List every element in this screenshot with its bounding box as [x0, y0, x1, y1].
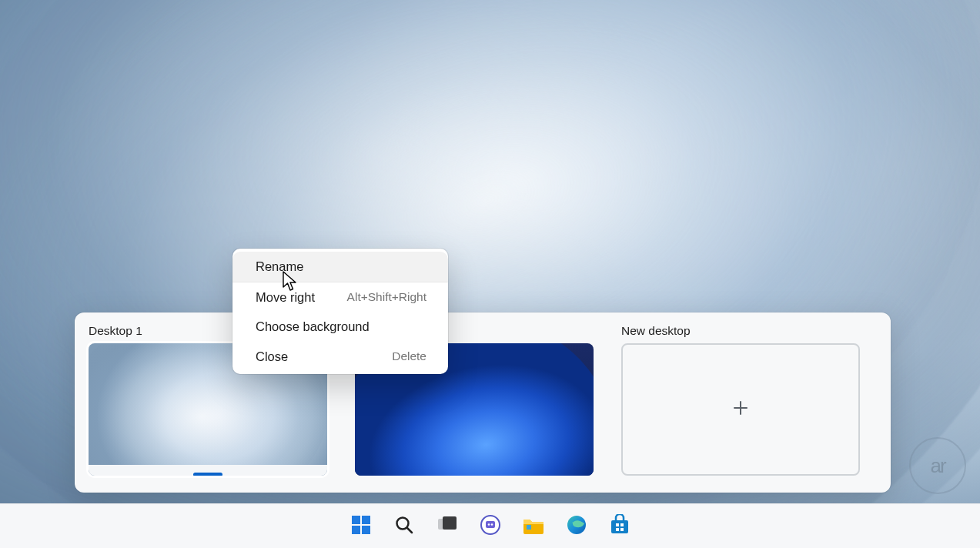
- menu-item-label: Move right: [256, 291, 315, 304]
- svg-rect-9: [486, 521, 495, 528]
- svg-rect-7: [443, 516, 457, 530]
- new-desktop[interactable]: New desktop: [621, 322, 860, 493]
- search-icon: [394, 515, 414, 538]
- svg-point-10: [487, 523, 490, 526]
- context-menu-close[interactable]: Close Delete: [232, 342, 448, 372]
- svg-rect-17: [616, 528, 619, 531]
- task-view-panel: Desktop 1 Desktop 2 New desktop: [75, 312, 891, 493]
- plus-icon: [732, 397, 749, 422]
- new-desktop-label: New desktop: [621, 322, 860, 343]
- task-view-icon: [437, 516, 457, 537]
- watermark: ar: [909, 437, 966, 494]
- chat-icon: [480, 514, 501, 539]
- menu-item-shortcut: Delete: [392, 350, 426, 363]
- file-explorer-button[interactable]: [520, 513, 547, 540]
- menu-item-label: Close: [256, 350, 288, 363]
- svg-rect-18: [620, 528, 624, 531]
- menu-item-label: Rename: [256, 260, 303, 273]
- menu-item-label: Choose background: [256, 320, 370, 333]
- svg-rect-0: [352, 516, 360, 524]
- svg-rect-16: [620, 523, 624, 526]
- svg-rect-12: [527, 525, 531, 530]
- store-icon: [609, 514, 630, 539]
- start-button[interactable]: [348, 513, 374, 540]
- search-button[interactable]: [391, 513, 417, 540]
- svg-rect-3: [362, 526, 370, 534]
- svg-point-11: [490, 523, 493, 526]
- context-menu-choose-background[interactable]: Choose background: [232, 312, 448, 342]
- windows-icon: [351, 515, 371, 538]
- new-desktop-button[interactable]: [621, 343, 860, 476]
- taskbar: [0, 503, 980, 548]
- edge-icon: [566, 514, 587, 539]
- watermark-text: ar: [930, 454, 945, 478]
- active-indicator: [193, 473, 222, 476]
- task-view-button[interactable]: [434, 513, 460, 540]
- context-menu-rename[interactable]: Rename: [232, 252, 448, 282]
- edge-button[interactable]: [564, 513, 590, 540]
- desktop-context-menu: Rename Move right Alt+Shift+Right Choose…: [232, 249, 448, 374]
- store-button[interactable]: [607, 513, 633, 540]
- context-menu-move-right[interactable]: Move right Alt+Shift+Right: [232, 282, 448, 312]
- folder-icon: [522, 515, 545, 538]
- menu-item-shortcut: Alt+Shift+Right: [347, 291, 426, 303]
- svg-rect-2: [352, 526, 360, 534]
- svg-rect-1: [362, 516, 370, 524]
- svg-rect-14: [611, 520, 628, 533]
- svg-line-5: [407, 528, 412, 533]
- svg-rect-15: [616, 523, 619, 526]
- chat-button[interactable]: [477, 513, 503, 540]
